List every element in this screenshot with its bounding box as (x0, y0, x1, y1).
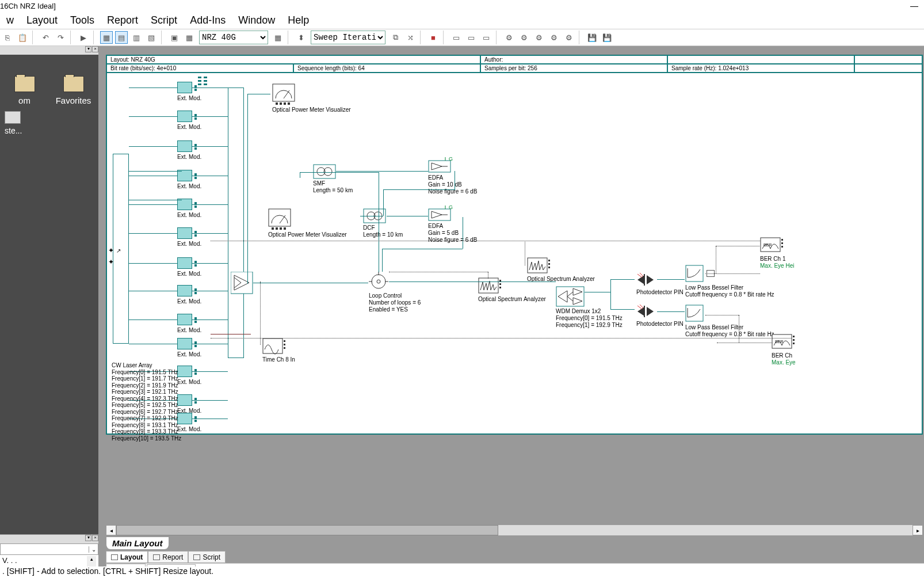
loop-loops: Number of loops = 6 (369, 299, 421, 306)
toolbar-grid4-icon[interactable]: ▧ (145, 31, 158, 44)
ber-analyzer-2[interactable]: BER BER ChMax. Eye (772, 334, 797, 366)
scroll-right-icon[interactable]: ▸ (912, 525, 923, 535)
wire (383, 189, 384, 216)
toolbar-grid1-icon[interactable]: ▦ (100, 31, 113, 44)
toolbar-unlink-icon[interactable]: ⤭ (404, 31, 417, 44)
wire (247, 94, 248, 284)
toolbar-paste-icon[interactable]: 📋 (16, 31, 29, 44)
menu-script[interactable]: Script (144, 13, 184, 28)
wire (192, 146, 228, 147)
mode-tab-report[interactable]: Report (148, 551, 188, 563)
loop-control[interactable]: Loop ControlNumber of loops = 6Enabled =… (369, 272, 421, 313)
sidebar-pin-icon[interactable]: ▾ (85, 46, 91, 52)
photodetector-2[interactable]: Photodetector PIN (636, 303, 684, 328)
menu-addins[interactable]: Add-Ins (184, 13, 232, 28)
layout-info-row1: Layout: NRZ 40G Author: (107, 56, 922, 64)
schematic[interactable]: ✦↗✦ Ext. Mod.Ext. Mod.Ext. Mod.Ext. Mod.… (107, 73, 922, 434)
seqlen-cell: Sequence length (bits): 64 (294, 64, 481, 72)
toolbar-screen3-icon[interactable]: ▭ (480, 31, 492, 44)
sidebar-footer-pin-icon[interactable]: ▾ (85, 535, 91, 541)
toolbar-stop-icon[interactable]: ■ (427, 31, 440, 44)
edfa-2[interactable]: G EDFAGain = 5 dBNoise figure = 6 dB (428, 204, 477, 244)
ber-analyzer-1[interactable]: BER BER Ch 1Max. Eye Hei (760, 237, 794, 269)
wdm-name: WDM Demux 1x2 (556, 308, 601, 314)
edfa2-gain: Gain = 5 dB (428, 230, 459, 236)
time-ch-in[interactable]: Time Ch 8 In (262, 338, 295, 363)
toolbar-sweep-icon[interactable]: ⬍ (295, 31, 307, 44)
toolbar-redo-icon[interactable]: ↷ (54, 31, 67, 44)
menu-tools[interactable]: Tools (64, 13, 101, 28)
toolbar-table-icon[interactable]: ▦ (183, 31, 196, 44)
ext-mod-8[interactable]: Ext. Mod. (177, 285, 201, 305)
toolbar-run-icon[interactable]: ▶ (77, 31, 90, 44)
svg-rect-12 (280, 102, 282, 105)
lpf-1[interactable]: Low Pass Bessel FilterCutoff frequency =… (685, 265, 774, 298)
svg-rect-19 (269, 209, 291, 226)
status-bar: . [SHIFT] - Add to selection. [CTRL + SH… (0, 566, 924, 578)
sidebar-footer-close-icon[interactable]: × (92, 535, 98, 541)
layout-canvas[interactable]: Layout: NRZ 40G Author: Bit rate (bits/s… (106, 55, 923, 435)
svg-marker-71 (647, 307, 654, 316)
svg-rect-57 (499, 287, 501, 288)
svg-rect-74 (686, 265, 703, 282)
ext-mod-6[interactable]: Ext. Mod. (177, 227, 201, 247)
toolbar-save1-icon[interactable]: 💾 (586, 31, 598, 44)
sweep-select[interactable]: Sweep Iterati (311, 31, 385, 44)
ext-mod-9[interactable]: Ext. Mod. (177, 314, 201, 333)
svg-rect-8 (204, 83, 207, 85)
menu-window[interactable]: Window (232, 13, 281, 28)
toolbar-tool4-icon[interactable]: ⚙ (548, 31, 560, 44)
toolbar-copy-icon[interactable]: ⎘ (1, 31, 14, 44)
menu-report[interactable]: Report (101, 13, 144, 28)
sidebar-tab-custom[interactable]: om (0, 76, 49, 107)
photodetector-1[interactable]: Photodetector PIN (636, 272, 684, 296)
combiner-block[interactable] (231, 272, 254, 296)
toolbar-screen2-icon[interactable]: ▭ (465, 31, 478, 44)
menu-layout[interactable]: Layout (20, 13, 64, 28)
toolbar-link-icon[interactable]: ⧉ (389, 31, 402, 44)
power-meter-1[interactable]: Optical Power Meter Visualizer (272, 83, 351, 113)
toolbar-tool5-icon[interactable]: ⚙ (563, 31, 575, 44)
horizontal-scrollbar[interactable]: ◂ ▸ (106, 525, 923, 535)
mode-tab-layout[interactable]: Layout (106, 551, 148, 563)
ext-mod-5[interactable]: Ext. Mod. (177, 199, 201, 218)
lpf2-co: Cutoff frequency = 0.8 * Bit rate Hz (685, 331, 774, 337)
bitrate-cell: Bit rate (bits/sec): 4e+010 (107, 64, 294, 72)
scroll-left-icon[interactable]: ◂ (106, 525, 116, 535)
ext-mod-3[interactable]: Ext. Mod. (177, 140, 201, 160)
lpf-2[interactable]: Low Pass Bessel FilterCutoff frequency =… (685, 305, 774, 338)
sidebar-tab-favorites[interactable]: Favorites (49, 76, 98, 107)
toolbar-grid2-icon[interactable]: ▤ (115, 31, 128, 44)
toolbar-undo-icon[interactable]: ↶ (39, 31, 52, 44)
menu-help[interactable]: Help (281, 13, 315, 28)
power-meter-2[interactable]: Optical Power Meter Visualizer (268, 208, 347, 238)
mode-tab-script[interactable]: Script (188, 551, 226, 563)
smf-block[interactable]: SMFLength = 50 km (313, 164, 353, 194)
ext-mod-2[interactable]: Ext. Mod. (177, 111, 201, 130)
sidebar-combo[interactable]: ⌄ (0, 543, 98, 555)
minimize-icon[interactable]: — (910, 1, 918, 10)
toolbar-window-icon[interactable]: ▣ (168, 31, 181, 44)
ext-mod-7[interactable]: Ext. Mod. (177, 257, 201, 277)
canvas-scroll[interactable]: Layout: NRZ 40G Author: Bit rate (bits/s… (106, 55, 923, 525)
wire (129, 171, 182, 172)
scrollbar-thumb[interactable] (116, 525, 498, 535)
ext-mod-10[interactable]: Ext. Mod. (177, 338, 201, 358)
sidebar-close-icon[interactable]: × (92, 46, 98, 52)
toolbar-props-icon[interactable]: ▦ (272, 31, 284, 44)
menu-view[interactable]: w (0, 13, 20, 28)
toolbar-tool2-icon[interactable]: ⚙ (518, 31, 530, 44)
toolbar-grid3-icon[interactable]: ▥ (130, 31, 143, 44)
wdm-f0: Frequency[0] = 191.5 THz (556, 315, 623, 321)
wdm-demux[interactable]: WDM Demux 1x2Frequency[0] = 191.5 THzFre… (556, 286, 623, 329)
drive-icon[interactable] (5, 111, 21, 124)
layout-select[interactable]: NRZ 40G (199, 31, 268, 44)
toolbar-tool3-icon[interactable]: ⚙ (533, 31, 545, 44)
ext-mod-4[interactable]: Ext. Mod. (177, 170, 201, 189)
toolbar-tool1-icon[interactable]: ⚙ (503, 31, 516, 44)
mux-block[interactable] (228, 88, 244, 358)
wire (192, 233, 228, 234)
toolbar-save2-icon[interactable]: 💾 (601, 31, 613, 44)
main-layout-tab[interactable]: Main Layout (106, 537, 169, 549)
toolbar-screen1-icon[interactable]: ▭ (450, 31, 463, 44)
